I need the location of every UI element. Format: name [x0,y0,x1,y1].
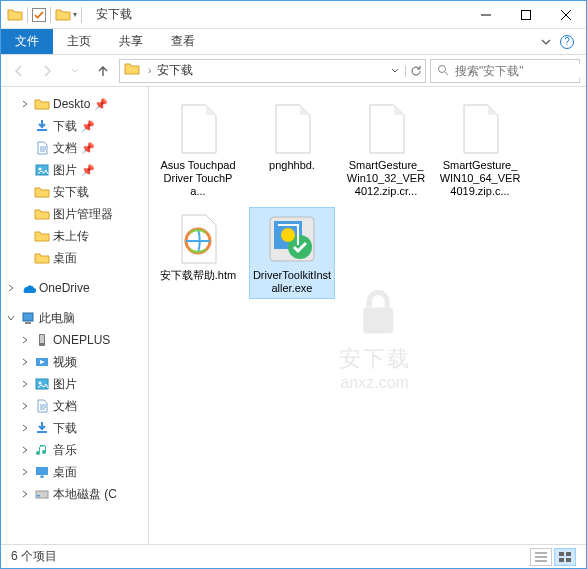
tab-home[interactable]: 主页 [53,29,105,54]
expand-icon[interactable] [19,336,31,344]
close-button[interactable] [546,2,586,28]
minimize-button[interactable] [466,2,506,28]
maximize-button[interactable] [506,2,546,28]
nav-history-dropdown[interactable] [63,59,87,83]
picture-icon [33,376,51,392]
file-icon [264,211,320,267]
search-icon [431,62,455,80]
file-area[interactable]: 安下载 anxz.com Asus Touchpad Driver TouchP… [149,87,586,544]
address-dropdown-icon[interactable] [385,67,405,75]
folder-icon [33,96,51,112]
pin-icon: 📌 [94,98,108,111]
expand-icon[interactable] [19,424,31,432]
file-item-1[interactable]: pnghhbd. [249,97,335,203]
sidebar-quick-5[interactable]: 图片管理器 [1,203,148,225]
sidebar-quick-0[interactable]: Deskto📌 [1,93,148,115]
sidebar-pc-2[interactable]: 图片 [1,373,148,395]
sidebar-quick-2[interactable]: 文档📌 [1,137,148,159]
nav-forward-button[interactable] [35,59,59,83]
folder-icon [33,184,51,200]
tree-label: Deskto [53,97,90,111]
nav-up-button[interactable] [91,59,115,83]
file-name: SmartGesture_Win10_32_VER4012.zip.cr... [345,159,427,199]
ribbon: 文件 主页 共享 查看 ? [1,29,586,55]
tree-label: 下载 [53,420,77,437]
refresh-button[interactable] [405,65,425,77]
file-item-2[interactable]: SmartGesture_Win10_32_VER4012.zip.cr... [343,97,429,203]
sidebar-quick-6[interactable]: 未上传 [1,225,148,247]
expand-icon[interactable] [19,380,31,388]
expand-icon[interactable] [5,284,17,292]
sidebar-pc-0[interactable]: ONEPLUS [1,329,148,351]
sidebar: Deskto📌下载📌文档📌图片📌安下载图片管理器未上传桌面OneDrive此电脑… [1,87,149,544]
expand-icon[interactable] [19,468,31,476]
statusbar: 6 个项目 [1,544,586,568]
breadcrumb[interactable]: 安下载 [155,62,385,79]
view-details-button[interactable] [530,548,552,566]
download-icon [33,118,51,134]
expand-icon[interactable] [19,100,31,108]
help-icon[interactable]: ? [560,35,574,49]
tree-label: 下载 [53,118,77,135]
file-name: DriverToolkitInstaller.exe [251,269,333,295]
file-item-3[interactable]: SmartGesture_WIN10_64_VER4019.zip.c... [437,97,523,203]
file-icon [358,101,414,157]
tree-label: 未上传 [53,228,89,245]
tab-file[interactable]: 文件 [1,29,53,54]
sidebar-pc-7[interactable]: 本地磁盘 (C [1,483,148,505]
expand-icon[interactable] [5,314,17,322]
folder-icon [33,250,51,266]
sidebar-quick-4[interactable]: 安下载 [1,181,148,203]
sidebar-pc-1[interactable]: 视频 [1,351,148,373]
separator [50,7,51,23]
file-item-5[interactable]: DriverToolkitInstaller.exe [249,207,335,299]
address-folder-icon [120,61,144,81]
file-item-0[interactable]: Asus Touchpad Driver TouchPa... [155,97,241,203]
file-name: pnghhbd. [269,159,315,172]
sidebar-quick-3[interactable]: 图片📌 [1,159,148,181]
expand-icon[interactable] [19,446,31,454]
tree-label: 文档 [53,140,77,157]
expand-icon[interactable] [19,490,31,498]
content: Deskto📌下载📌文档📌图片📌安下载图片管理器未上传桌面OneDrive此电脑… [1,87,586,544]
ribbon-expand-icon[interactable]: ? [528,29,586,54]
svg-point-4 [39,168,42,171]
sidebar-onedrive[interactable]: OneDrive [1,277,148,299]
tree-label: 桌面 [53,464,77,481]
expand-icon[interactable] [19,358,31,366]
tree-label: 图片 [53,376,77,393]
address-bar[interactable]: › 安下载 [119,59,426,83]
expand-icon[interactable] [19,402,31,410]
sidebar-pc-3[interactable]: 文档 [1,395,148,417]
search-box[interactable] [430,59,580,83]
sidebar-pc-5[interactable]: 音乐 [1,439,148,461]
picture-icon [33,162,51,178]
document-icon [33,398,51,414]
tree-label: 视频 [53,354,77,371]
tab-view[interactable]: 查看 [157,29,209,54]
window-controls [466,2,586,28]
tree-label: 文档 [53,398,77,415]
file-item-4[interactable]: 安下载帮助.htm [155,207,241,299]
file-icon [170,101,226,157]
separator [81,7,82,23]
view-icons-button[interactable] [554,548,576,566]
search-input[interactable] [455,64,587,78]
file-name: 安下载帮助.htm [160,269,236,282]
svg-rect-24 [566,558,571,562]
svg-rect-21 [559,552,564,556]
tab-share[interactable]: 共享 [105,29,157,54]
music-icon [33,442,51,458]
sidebar-quick-7[interactable]: 桌面 [1,247,148,269]
file-icon [452,101,508,157]
sidebar-thispc[interactable]: 此电脑 [1,307,148,329]
sidebar-pc-4[interactable]: 下载 [1,417,148,439]
sidebar-pc-6[interactable]: 桌面 [1,461,148,483]
tree-label: ONEPLUS [53,333,110,347]
breadcrumb-separator-icon[interactable]: › [144,65,155,76]
qat-check-icon[interactable] [32,8,46,22]
nav-back-button[interactable] [7,59,31,83]
sidebar-quick-1[interactable]: 下载📌 [1,115,148,137]
pin-icon: 📌 [81,142,95,155]
qat-dropdown-icon[interactable]: ▾ [73,10,77,19]
